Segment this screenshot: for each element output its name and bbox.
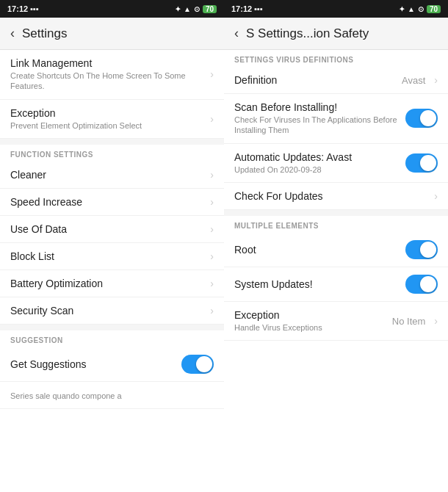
left-item-title-cleaner: Cleaner xyxy=(10,169,204,181)
right-item-scan[interactable]: Scan Before Installing! Check For Viruse… xyxy=(224,94,448,144)
right-bt-icon: ✦ xyxy=(399,5,405,13)
left-item-title-data: Use Of Data xyxy=(10,223,204,235)
right-item-definition[interactable]: Definition Avast › xyxy=(224,67,448,94)
right-toggle-scan[interactable] xyxy=(405,109,438,128)
left-toggle-suggestions[interactable] xyxy=(181,355,214,374)
left-item-title-block: Block List xyxy=(10,250,204,262)
left-toggle-knob-suggestions xyxy=(196,356,212,372)
right-header: ‹ S Settings...ion Safety xyxy=(224,18,448,50)
left-item-exception[interactable]: Exception Prevent Element Optimization S… xyxy=(0,100,224,139)
right-toggle-root[interactable] xyxy=(405,240,438,259)
right-item-content-system: System Updates! xyxy=(234,278,405,290)
left-chevron-block: › xyxy=(210,250,214,262)
right-item-content-root: Root xyxy=(234,244,405,256)
right-toggle-knob-root xyxy=(420,242,436,258)
right-item-title-definition: Definition xyxy=(234,74,402,86)
left-wifi-icon: ⊙ xyxy=(194,5,200,13)
right-item-content-auto: Automatic Updates: Avast Updated On 2020… xyxy=(234,151,405,175)
left-chevron-battery: › xyxy=(210,278,214,289)
right-panel-title: S Settings...ion Safety xyxy=(246,26,369,41)
left-back-button[interactable]: ‹ xyxy=(10,26,15,41)
left-item-cleaner[interactable]: Cleaner › xyxy=(0,162,224,189)
right-item-content-exception: Exception Handle Virus Exceptions xyxy=(234,309,392,333)
right-item-content-scan: Scan Before Installing! Check For Viruse… xyxy=(234,101,405,136)
right-item-subtitle-scan: Check For Viruses In The Applications Be… xyxy=(234,115,405,136)
left-bt-icon: ✦ xyxy=(175,5,181,13)
left-item-title-battery: Battery Optimization xyxy=(10,278,204,289)
left-item-content-suggestions: Get Suggestions xyxy=(10,358,181,370)
left-suggestion-section-label: Suggestion xyxy=(0,330,224,347)
left-status-right: ✦ ▲ ⊙ 70 xyxy=(175,5,217,13)
right-value-exception: No Item xyxy=(392,316,426,327)
right-item-check-updates[interactable]: Check For Updates › xyxy=(224,183,448,210)
right-divider-1 xyxy=(224,210,448,216)
right-toggle-auto[interactable] xyxy=(405,153,438,173)
right-panel-body: Settings Virus Definitions Definition Av… xyxy=(224,50,448,492)
right-signal2-icon: ▲ xyxy=(408,5,415,13)
left-header: ‹ Settings xyxy=(0,18,224,50)
left-signal-icon: ▪▪▪ xyxy=(30,4,39,13)
left-chevron-exception: › xyxy=(210,113,214,125)
left-status-left: 17:12 ▪▪▪ xyxy=(7,4,39,13)
left-item-content-battery: Battery Optimization xyxy=(10,278,204,289)
left-item-title-security: Security Scan xyxy=(10,305,204,316)
right-signal-icon: ▪▪▪ xyxy=(254,4,263,13)
right-item-content-definition: Definition xyxy=(234,74,402,86)
right-item-auto-updates[interactable]: Automatic Updates: Avast Updated On 2020… xyxy=(224,144,448,183)
right-status-bar: 17:12 ▪▪▪ ✦ ▲ ⊙ 70 xyxy=(224,0,448,18)
right-wifi-icon: ⊙ xyxy=(418,5,424,13)
left-item-battery[interactable]: Battery Optimization › xyxy=(0,270,224,297)
left-chevron-link: › xyxy=(210,68,214,80)
right-item-title-scan: Scan Before Installing! xyxy=(234,101,405,113)
left-divider-1 xyxy=(0,139,224,145)
left-item-content-security: Security Scan xyxy=(10,305,204,316)
left-item-get-suggestions[interactable]: Get Suggestions xyxy=(0,347,224,382)
left-item-content-link: Link Management Create Shortcuts On The … xyxy=(10,57,204,92)
left-status-bar: 17:12 ▪▪▪ ✦ ▲ ⊙ 70 xyxy=(0,0,224,18)
right-item-title-root: Root xyxy=(234,244,405,256)
left-battery: 70 xyxy=(203,5,217,13)
left-chevron-speed: › xyxy=(210,196,214,208)
right-toggle-system[interactable] xyxy=(405,275,438,294)
right-virus-section-label: Settings Virus Definitions xyxy=(224,50,448,67)
right-item-subtitle-auto: Updated On 2020-09-28 xyxy=(234,164,405,175)
right-chevron-exception: › xyxy=(434,315,438,327)
left-item-subtitle-link: Create Shortcuts On The Home Screen To S… xyxy=(10,70,204,92)
right-item-root[interactable]: Root xyxy=(224,233,448,267)
right-chevron-check: › xyxy=(434,190,438,202)
left-chevron-cleaner: › xyxy=(210,169,214,181)
right-chevron-definition: › xyxy=(434,74,438,86)
left-divider-2 xyxy=(0,325,224,330)
right-item-title-exception: Exception xyxy=(234,309,392,321)
left-panel-body: Link Management Create Shortcuts On The … xyxy=(0,50,224,492)
left-chevron-data: › xyxy=(210,223,214,235)
left-item-title-suggestions: Get Suggestions xyxy=(10,358,181,370)
right-item-exception[interactable]: Exception Handle Virus Exceptions No Ite… xyxy=(224,302,448,341)
right-item-system-updates[interactable]: System Updates! xyxy=(224,267,448,302)
left-signal2-icon: ▲ xyxy=(184,5,191,13)
right-battery: 70 xyxy=(427,5,441,13)
left-item-security-scan[interactable]: Security Scan › xyxy=(0,297,224,325)
left-item-speed-increase[interactable]: Speed Increase › xyxy=(0,189,224,216)
right-toggle-knob-auto xyxy=(420,155,436,171)
left-function-section-label: Function Settings xyxy=(0,145,224,162)
left-chevron-security: › xyxy=(210,305,214,316)
left-item-title-exception: Exception xyxy=(10,107,204,119)
left-time: 17:12 xyxy=(7,4,28,13)
left-item-content-speed: Speed Increase xyxy=(10,196,204,208)
right-item-title-system: System Updates! xyxy=(234,278,405,290)
right-item-subtitle-exception: Handle Virus Exceptions xyxy=(234,322,392,333)
left-bottom-item: Series sale quando compone a xyxy=(0,382,224,409)
left-item-title-link: Link Management xyxy=(10,57,204,69)
left-item-use-of-data[interactable]: Use Of Data › xyxy=(0,216,224,243)
left-item-link-management[interactable]: Link Management Create Shortcuts On The … xyxy=(0,50,224,100)
left-item-content-data: Use Of Data xyxy=(10,223,204,235)
right-time: 17:12 xyxy=(231,4,252,13)
right-item-content-check: Check For Updates xyxy=(234,190,428,202)
right-value-definition: Avast xyxy=(402,75,425,86)
right-back-button[interactable]: ‹ xyxy=(234,26,239,41)
right-toggle-knob-scan xyxy=(420,110,436,126)
left-item-block-list[interactable]: Block List › xyxy=(0,243,224,270)
right-status-right: ✦ ▲ ⊙ 70 xyxy=(399,5,441,13)
left-bottom-text: Series sale quando compone a xyxy=(10,391,122,401)
